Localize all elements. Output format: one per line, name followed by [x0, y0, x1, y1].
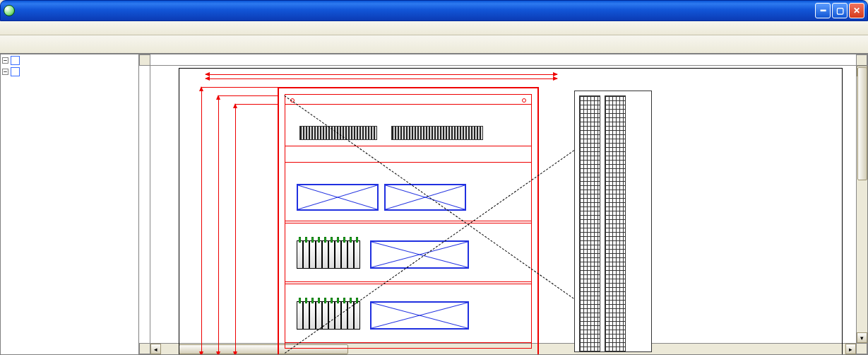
dimension-tick [235, 104, 279, 105]
din-rail-column [605, 95, 626, 351]
close-button[interactable]: ✕ [849, 3, 864, 18]
title-bar: ━ ▢ ✕ [0, 0, 868, 21]
menu-view[interactable] [28, 27, 40, 30]
front-panel [285, 162, 532, 221]
front-panel [285, 284, 532, 343]
menu-file[interactable] [3, 27, 14, 30]
ruler-corner [139, 343, 150, 354]
cabinet-side [574, 91, 652, 352]
box-icon [11, 56, 20, 65]
scroll-left-icon[interactable]: ◂ [150, 344, 161, 354]
dimension-line [201, 87, 202, 355]
ruler-vertical [139, 66, 150, 343]
front-panel [285, 223, 532, 282]
din-rail-slot [370, 240, 469, 269]
tree-panel[interactable]: − − [0, 54, 139, 355]
menu-bar [0, 21, 868, 35]
menu-help[interactable] [92, 27, 103, 30]
maximize-button[interactable]: ▢ [832, 3, 848, 18]
menu-draw[interactable] [54, 27, 65, 30]
tree-node-flush[interactable]: − [1, 54, 138, 66]
ruler-corner [856, 343, 867, 354]
cabinet-front [278, 87, 539, 355]
collapse-icon[interactable]: − [2, 57, 8, 64]
dimension-line [206, 74, 557, 75]
ruler-corner [139, 54, 150, 66]
din-rail-slot [297, 184, 379, 211]
menu-eloszto[interactable] [41, 27, 52, 30]
scroll-thumb[interactable] [857, 67, 867, 180]
menu-modify[interactable] [66, 27, 78, 30]
breaker-group [297, 240, 360, 269]
tree-node-selected[interactable]: − [1, 66, 138, 77]
dimension-line [218, 95, 219, 355]
din-rail-slot [370, 301, 469, 330]
din-rail-column [579, 95, 600, 351]
ruler-horizontal [150, 54, 856, 66]
minimize-button[interactable]: ━ [815, 3, 831, 18]
menu-edit[interactable] [16, 27, 27, 30]
collapse-icon[interactable]: − [2, 69, 8, 75]
front-panel [285, 104, 532, 146]
drawing-area[interactable]: ◂ ▸ ▴ ▾ [139, 54, 868, 355]
dimension-line [235, 104, 236, 355]
dimension-line [206, 78, 557, 79]
scroll-right-icon[interactable]: ▸ [845, 344, 856, 354]
menu-tools[interactable] [79, 27, 90, 30]
scrollbar-vertical[interactable]: ▴ ▾ [856, 66, 867, 343]
toolbar [0, 35, 868, 54]
ruler-corner [856, 54, 867, 66]
app-icon [4, 5, 15, 16]
box-icon [11, 67, 20, 76]
scroll-down-icon[interactable]: ▾ [857, 332, 867, 343]
terminal-strip [391, 126, 483, 140]
dimension-tick [218, 95, 279, 96]
mount-hole-icon [522, 98, 526, 103]
din-rail-slot [384, 184, 466, 211]
dimension-tick [201, 87, 279, 88]
drawing-canvas[interactable] [150, 66, 856, 343]
